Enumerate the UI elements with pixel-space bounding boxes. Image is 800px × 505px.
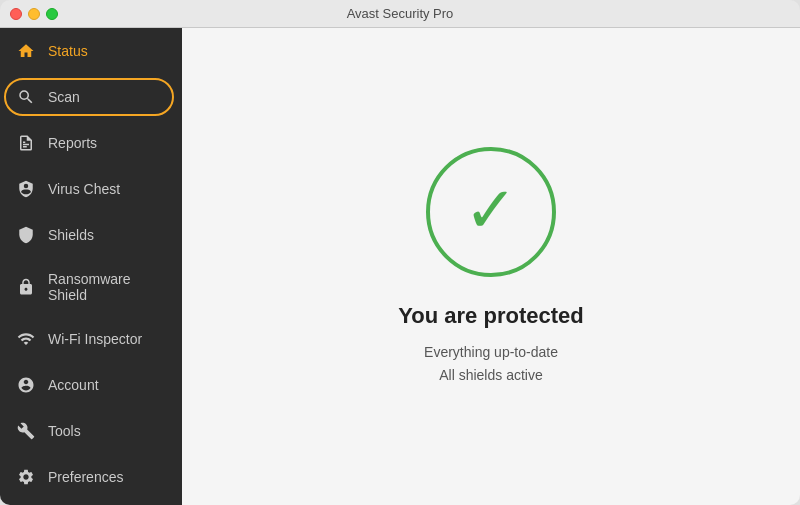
sidebar-item-scan[interactable]: Scan bbox=[0, 74, 182, 120]
wifi-icon bbox=[16, 329, 36, 349]
minimize-button[interactable] bbox=[28, 8, 40, 20]
sidebar-label-scan: Scan bbox=[48, 89, 80, 105]
sidebar: Status Scan Reports bbox=[0, 28, 182, 505]
sidebar-label-virus-chest: Virus Chest bbox=[48, 181, 120, 197]
sidebar-label-tools: Tools bbox=[48, 423, 81, 439]
sidebar-label-preferences: Preferences bbox=[48, 469, 123, 485]
sidebar-item-preferences[interactable]: Preferences bbox=[0, 454, 182, 500]
protection-status-circle: ✓ bbox=[426, 147, 556, 277]
sidebar-item-ransomware-shield[interactable]: Ransomware Shield bbox=[0, 258, 182, 316]
chest-icon bbox=[16, 179, 36, 199]
account-icon bbox=[16, 375, 36, 395]
search-icon bbox=[16, 87, 36, 107]
shield-icon bbox=[16, 225, 36, 245]
checkmark-icon: ✓ bbox=[464, 178, 518, 242]
sidebar-item-reports[interactable]: Reports bbox=[0, 120, 182, 166]
status-line-1: Everything up-to-date bbox=[424, 344, 558, 360]
sidebar-item-virus-chest[interactable]: Virus Chest bbox=[0, 166, 182, 212]
status-line-2: All shields active bbox=[439, 367, 543, 383]
preferences-icon bbox=[16, 467, 36, 487]
maximize-button[interactable] bbox=[46, 8, 58, 20]
protected-title: You are protected bbox=[398, 303, 583, 329]
sidebar-label-ransomware: Ransomware Shield bbox=[48, 271, 166, 303]
title-bar: Avast Security Pro bbox=[0, 0, 800, 28]
app-body: Status Scan Reports bbox=[0, 28, 800, 505]
close-button[interactable] bbox=[10, 8, 22, 20]
window-controls[interactable] bbox=[10, 8, 58, 20]
window-title: Avast Security Pro bbox=[347, 6, 454, 21]
sidebar-label-shields: Shields bbox=[48, 227, 94, 243]
sidebar-item-wifi-inspector[interactable]: Wi-Fi Inspector bbox=[0, 316, 182, 362]
sidebar-label-status: Status bbox=[48, 43, 88, 59]
sidebar-label-wifi: Wi-Fi Inspector bbox=[48, 331, 142, 347]
main-content-area: ✓ You are protected Everything up-to-dat… bbox=[182, 28, 800, 505]
sidebar-item-tools[interactable]: Tools bbox=[0, 408, 182, 454]
sidebar-item-account[interactable]: Account bbox=[0, 362, 182, 408]
sidebar-item-shields[interactable]: Shields bbox=[0, 212, 182, 258]
sidebar-item-status[interactable]: Status bbox=[0, 28, 182, 74]
reports-icon bbox=[16, 133, 36, 153]
protected-subtitle: Everything up-to-date All shields active bbox=[424, 341, 558, 386]
sidebar-label-account: Account bbox=[48, 377, 99, 393]
sidebar-label-reports: Reports bbox=[48, 135, 97, 151]
ransomware-icon bbox=[16, 277, 36, 297]
home-icon bbox=[16, 41, 36, 61]
tools-icon bbox=[16, 421, 36, 441]
